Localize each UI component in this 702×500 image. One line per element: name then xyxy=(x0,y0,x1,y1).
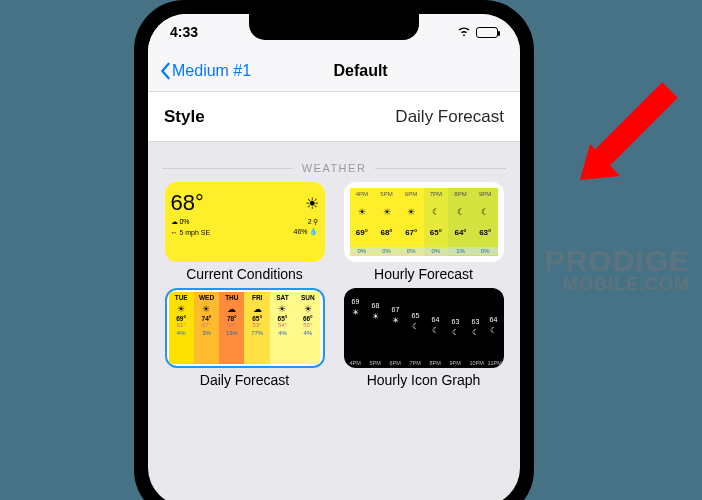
sun-icon: ☀ xyxy=(305,194,319,213)
hourly-col: 8PM☾64°1% xyxy=(448,188,473,256)
battery-icon xyxy=(476,27,498,38)
status-time: 4:33 xyxy=(170,24,198,40)
cc-humidity: 46% 💧 xyxy=(294,228,319,236)
phone-frame: 4:33 Medium #1 Default Style Daily Forec… xyxy=(134,0,534,500)
hourly-col: 5PM☀68°0% xyxy=(374,188,399,256)
widget-hourly-label: Hourly Forecast xyxy=(374,266,473,282)
widget-daily-forecast[interactable]: TUE☀69°61°4%WED☀74°67°3%THU☁78°59°13%FRI… xyxy=(162,288,327,388)
widget-current-label: Current Conditions xyxy=(186,266,303,282)
widget-hourly-forecast[interactable]: 4PM☀69°0%5PM☀68°0%6PM☀67°0%7PM☾65°0%8PM☾… xyxy=(341,182,506,282)
daily-col: FRI☁65°53°77% xyxy=(244,292,269,364)
widget-daily-label: Daily Forecast xyxy=(200,372,289,388)
cc-wind: ↔ 5 mph SE xyxy=(171,229,211,236)
daily-col: WED☀74°67°3% xyxy=(194,292,219,364)
widget-icongraph-label: Hourly Icon Graph xyxy=(367,372,481,388)
watermark-line2: MOBILE.COM xyxy=(563,274,690,295)
page-title: Default xyxy=(211,62,510,80)
screen: 4:33 Medium #1 Default Style Daily Forec… xyxy=(148,14,520,500)
pointer-arrow-icon xyxy=(540,80,680,200)
daily-col: THU☁78°59°13% xyxy=(219,292,244,364)
style-label: Style xyxy=(164,107,205,127)
notch xyxy=(249,14,419,40)
widget-icongraph-preview: 69☀4PM68☀5PM67☀6PM65☾7PM64☾8PM63☾9PM63☾1… xyxy=(344,288,504,368)
status-right xyxy=(457,25,498,39)
daily-col: TUE☀69°61°4% xyxy=(169,292,194,364)
style-row[interactable]: Style Daily Forecast xyxy=(148,92,520,142)
section-weather-label: WEATHER xyxy=(162,162,506,174)
content: WEATHER 68° ☀ ☁ 0% 2 ⚲ ↔ 5 mph SE xyxy=(148,142,520,398)
widget-hourly-preview: 4PM☀69°0%5PM☀68°0%6PM☀67°0%7PM☾65°0%8PM☾… xyxy=(344,182,504,262)
widget-hourly-icon-graph[interactable]: 69☀4PM68☀5PM67☀6PM65☾7PM64☾8PM63☾9PM63☾1… xyxy=(341,288,506,388)
widget-current-preview: 68° ☀ ☁ 0% 2 ⚲ ↔ 5 mph SE 46% 💧 xyxy=(165,182,325,262)
daily-col: SUN☀66°55°4% xyxy=(295,292,320,364)
daily-col: SAT☀65°54°4% xyxy=(270,292,295,364)
nav-header: Medium #1 Default xyxy=(148,50,520,92)
hourly-col: 9PM☾63°0% xyxy=(473,188,498,256)
cc-uv: 2 ⚲ xyxy=(308,218,319,226)
widget-current-conditions[interactable]: 68° ☀ ☁ 0% 2 ⚲ ↔ 5 mph SE 46% 💧 Current … xyxy=(162,182,327,282)
widget-grid: 68° ☀ ☁ 0% 2 ⚲ ↔ 5 mph SE 46% 💧 Current … xyxy=(162,182,506,388)
wifi-icon xyxy=(457,25,471,39)
hourly-col: 4PM☀69°0% xyxy=(350,188,375,256)
cc-temp: 68° xyxy=(171,190,204,216)
watermark-line1: PRODIGE xyxy=(545,244,690,278)
chevron-left-icon xyxy=(158,62,172,80)
hourly-col: 7PM☾65°0% xyxy=(424,188,449,256)
hourly-col: 6PM☀67°0% xyxy=(399,188,424,256)
cc-precip: ☁ 0% xyxy=(171,218,190,226)
style-value: Daily Forecast xyxy=(395,107,504,127)
widget-daily-preview: TUE☀69°61°4%WED☀74°67°3%THU☁78°59°13%FRI… xyxy=(165,288,325,368)
